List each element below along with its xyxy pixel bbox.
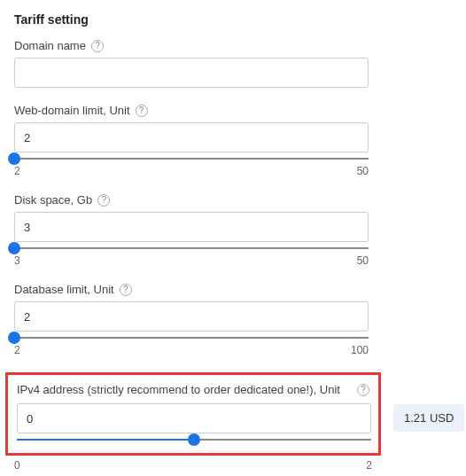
slider-thumb[interactable]	[8, 242, 20, 254]
field-disk-space: Disk space, Gb ? 3 50	[14, 193, 452, 267]
disk-space-slider[interactable]	[14, 242, 369, 249]
slider-min: 0	[14, 459, 20, 472]
help-icon[interactable]: ?	[97, 194, 110, 207]
ipv4-price-badge: 1.21 USD	[393, 404, 464, 432]
web-domain-slider[interactable]	[14, 152, 369, 160]
help-icon[interactable]: ?	[136, 105, 148, 117]
domain-name-label: Domain name	[14, 39, 86, 52]
slider-thumb[interactable]	[188, 433, 200, 446]
domain-name-input[interactable]	[14, 58, 369, 88]
web-domain-label: Web-domain limit, Unit	[14, 104, 130, 117]
slider-min: 3	[14, 254, 20, 267]
field-web-domain-limit: Web-domain limit, Unit ? 2 50	[14, 104, 452, 177]
field-database-limit: Database limit, Unit ? 2 100	[14, 283, 452, 356]
help-icon[interactable]: ?	[91, 40, 104, 52]
database-limit-slider[interactable]	[14, 332, 369, 339]
ipv4-input[interactable]	[17, 403, 371, 433]
slider-fill	[17, 439, 194, 441]
database-limit-label: Database limit, Unit	[14, 283, 114, 296]
slider-thumb[interactable]	[8, 332, 20, 344]
ipv4-label: IPv4 address (strictly recommend to orde…	[17, 382, 352, 398]
slider-max: 2	[366, 459, 372, 472]
ipv4-slider[interactable]	[17, 433, 371, 441]
help-icon[interactable]: ?	[120, 284, 132, 296]
disk-space-label: Disk space, Gb	[14, 193, 92, 207]
field-domain-name: Domain name ?	[14, 39, 452, 88]
slider-thumb[interactable]	[8, 152, 20, 165]
slider-min: 2	[14, 165, 20, 177]
page-title: Tariff setting	[14, 12, 452, 27]
database-limit-input[interactable]	[14, 301, 369, 332]
field-ipv4-address: IPv4 address (strictly recommend to orde…	[5, 372, 381, 456]
disk-space-input[interactable]	[14, 212, 369, 242]
slider-min: 2	[14, 344, 20, 356]
slider-max: 50	[357, 254, 369, 267]
slider-max: 100	[351, 344, 369, 356]
help-icon[interactable]: ?	[357, 384, 369, 396]
web-domain-input[interactable]	[14, 122, 369, 152]
slider-max: 50	[357, 165, 369, 177]
